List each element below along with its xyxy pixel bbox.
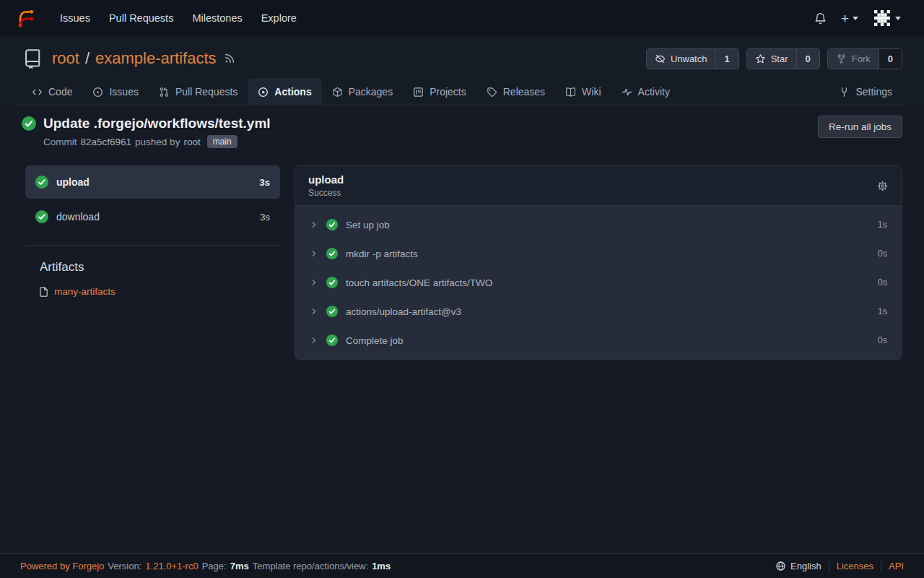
artifacts-heading: Artifacts [25,260,280,275]
success-check-icon [35,176,48,189]
tab-issues[interactable]: Issues [82,78,148,105]
page-time-label: Page: [202,561,227,571]
fork-label: Fork [852,53,871,64]
book-icon [565,87,576,98]
star-button-main[interactable]: Star [747,49,796,69]
chevron-right-icon [310,336,318,345]
tab-issues-label: Issues [109,86,138,98]
forgejo-logo-icon [16,8,36,28]
step-duration: 0s [878,249,887,259]
repo-owner-link[interactable]: root [52,49,79,68]
licenses-link[interactable]: Licenses [837,561,873,571]
step-name: actions/upload-artifact@v3 [346,306,461,317]
nav-link-explore[interactable]: Explore [252,7,306,30]
pushed-by-label: pushed by [135,137,180,147]
api-link[interactable]: API [889,561,904,571]
step-duration: 1s [878,306,887,316]
repo-tab-bar: Code Issues Pull Requests Act [17,78,907,105]
nav-link-pull-requests[interactable]: Pull Requests [100,7,183,30]
watchers-count[interactable]: 1 [715,49,738,69]
tab-packages-label: Packages [349,86,393,98]
job-name: download [56,211,100,223]
job-steps-list: Set up job 1s mkdir -p artifacts 0s [295,206,902,359]
repo-header: root / example-artifacts Unwatch 1 [0,36,924,105]
tab-pull-requests[interactable]: Pull Requests [149,78,248,105]
tab-actions[interactable]: Actions [248,78,321,105]
run-title-block: Update .forgejo/workflows/test.yml Commi… [22,116,271,148]
stars-count[interactable]: 0 [796,49,819,69]
branch-badge[interactable]: main [207,135,237,148]
chevron-down-icon [895,17,901,20]
tab-releases[interactable]: Releases [476,78,555,105]
page-footer: Powered by Forgejo Version: 1.21.0+1-rc0… [0,553,924,578]
tab-pull-requests-label: Pull Requests [175,86,237,98]
success-check-icon [22,116,36,131]
plus-icon: + [841,12,849,25]
forgejo-logo[interactable] [16,8,36,28]
tab-settings[interactable]: Settings [829,78,902,105]
unwatch-button-main[interactable]: Unwatch [647,49,715,69]
rerun-all-jobs-button[interactable]: Re-run all jobs [818,116,902,138]
job-duration: 3s [260,177,270,188]
step-row-upload-artifact[interactable]: actions/upload-artifact@v3 1s [295,297,902,326]
fork-button-main: Fork [828,49,879,69]
star-icon [755,53,766,64]
tab-code[interactable]: Code [22,78,82,105]
job-detail-header: upload Success [295,166,902,206]
user-menu-button[interactable] [866,4,908,32]
tab-settings-label: Settings [855,86,892,98]
rss-feed-button[interactable] [224,53,235,64]
success-check-icon [326,219,338,230]
job-name: upload [56,176,90,188]
job-detail-name: upload [308,173,344,186]
chevron-right-icon [310,220,318,229]
powered-by-link[interactable]: Powered by Forgejo [20,561,104,571]
artifact-link-many-artifacts[interactable]: many-artifacts [25,286,280,297]
repo-icon [22,48,43,69]
success-check-icon [35,210,48,223]
run-title: Update .forgejo/workflows/test.yml [43,116,271,131]
commit-label: Commit [43,137,77,147]
step-row-mkdir[interactable]: mkdir -p artifacts 0s [295,239,902,268]
commit-author-link[interactable]: root [183,137,200,147]
rss-icon [224,53,235,64]
tab-wiki[interactable]: Wiki [555,78,611,105]
version-link[interactable]: 1.21.0+1-rc0 [145,561,198,571]
unwatch-label: Unwatch [671,53,707,64]
language-label: English [790,561,821,571]
tab-releases-label: Releases [503,86,545,98]
tab-code-label: Code [48,86,72,98]
user-avatar [873,9,892,27]
forks-count[interactable]: 0 [879,49,902,69]
breadcrumb-separator: / [85,49,90,68]
unwatch-button[interactable]: Unwatch 1 [646,48,739,69]
step-row-touch[interactable]: touch artifacts/ONE artifacts/TWO 0s [295,268,902,297]
chevron-down-icon [853,17,858,20]
chevron-right-icon [310,307,318,316]
tab-projects[interactable]: Projects [403,78,476,105]
commit-sha-link[interactable]: 82a5cf6961 [81,137,132,147]
star-button[interactable]: Star 0 [746,48,820,69]
tab-activity[interactable]: Activity [611,78,680,105]
step-row-set-up-job[interactable]: Set up job 1s [295,210,902,239]
job-item-upload[interactable]: upload 3s [25,165,280,199]
tab-wiki-label: Wiki [582,86,601,98]
chevron-right-icon [310,278,318,287]
run-header: Update .forgejo/workflows/test.yml Commi… [22,116,902,148]
job-detail-title-block: upload Success [308,173,344,198]
success-check-icon [326,306,338,317]
nav-link-milestones[interactable]: Milestones [183,7,251,30]
fork-button[interactable]: Fork 0 [827,48,902,69]
step-row-complete-job[interactable]: Complete job 0s [295,326,902,355]
nav-link-issues[interactable]: Issues [51,7,100,30]
tab-projects-label: Projects [430,86,466,98]
notifications-button[interactable] [807,8,834,29]
job-item-download[interactable]: download 3s [25,200,280,233]
repo-name-link[interactable]: example-artifacts [95,49,217,68]
job-options-button[interactable] [876,180,889,192]
tab-packages[interactable]: Packages [322,78,403,105]
template-time-label: Template repo/actions/view: [253,561,368,571]
language-selector[interactable]: English [775,561,821,571]
create-new-button[interactable]: + [834,7,866,30]
step-duration: 0s [878,277,887,288]
